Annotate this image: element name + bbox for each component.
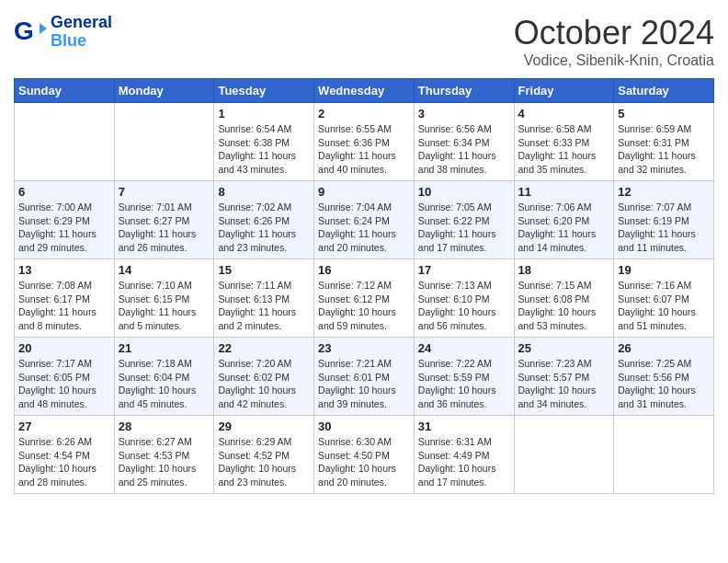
day-detail: Sunrise: 7:18 AM Sunset: 6:04 PM Dayligh… [119, 357, 210, 411]
day-detail: Sunrise: 6:59 AM Sunset: 6:31 PM Dayligh… [618, 122, 710, 177]
day-detail: Sunrise: 6:29 AM Sunset: 4:52 PM Dayligh… [218, 435, 310, 489]
day-number: 5 [618, 107, 710, 121]
day-detail: Sunrise: 6:26 AM Sunset: 4:54 PM Dayligh… [18, 435, 110, 489]
calendar-day-cell [114, 103, 214, 181]
calendar-day-cell: 10Sunrise: 7:05 AM Sunset: 6:22 PM Dayli… [414, 181, 514, 259]
calendar-day-cell: 13Sunrise: 7:08 AM Sunset: 6:17 PM Dayli… [15, 259, 115, 338]
calendar-day-cell: 20Sunrise: 7:17 AM Sunset: 6:05 PM Dayli… [15, 338, 115, 416]
svg-marker-1 [40, 23, 47, 34]
day-number: 30 [318, 419, 410, 433]
day-detail: Sunrise: 7:12 AM Sunset: 6:12 PM Dayligh… [318, 279, 410, 333]
day-detail: Sunrise: 7:11 AM Sunset: 6:13 PM Dayligh… [218, 279, 310, 333]
day-number: 15 [218, 263, 310, 277]
calendar-day-cell: 4Sunrise: 6:58 AM Sunset: 6:33 PM Daylig… [514, 103, 614, 181]
calendar-day-cell: 31Sunrise: 6:31 AM Sunset: 4:49 PM Dayli… [414, 416, 514, 494]
day-detail: Sunrise: 6:58 AM Sunset: 6:33 PM Dayligh… [518, 122, 610, 177]
day-number: 1 [218, 107, 310, 121]
calendar-day-cell: 27Sunrise: 6:26 AM Sunset: 4:54 PM Dayli… [15, 416, 115, 494]
calendar-day-cell: 24Sunrise: 7:22 AM Sunset: 5:59 PM Dayli… [414, 338, 514, 416]
day-detail: Sunrise: 6:30 AM Sunset: 4:50 PM Dayligh… [318, 435, 410, 489]
day-number: 27 [18, 419, 110, 433]
calendar-week-row: 1Sunrise: 6:54 AM Sunset: 6:38 PM Daylig… [15, 103, 714, 181]
calendar-day-cell: 22Sunrise: 7:20 AM Sunset: 6:02 PM Dayli… [214, 338, 314, 416]
weekday-header: Friday [514, 79, 614, 103]
day-number: 4 [518, 107, 610, 121]
location-title: Vodice, Sibenik-Knin, Croatia [514, 52, 714, 69]
calendar-day-cell: 18Sunrise: 7:15 AM Sunset: 6:08 PM Dayli… [514, 259, 614, 338]
weekday-header: Tuesday [214, 79, 314, 103]
day-number: 21 [119, 341, 210, 355]
weekday-header: Thursday [414, 79, 514, 103]
day-number: 19 [618, 263, 710, 277]
calendar-week-row: 6Sunrise: 7:00 AM Sunset: 6:29 PM Daylig… [15, 181, 714, 259]
day-detail: Sunrise: 6:54 AM Sunset: 6:38 PM Dayligh… [218, 122, 310, 177]
logo-line2: Blue [51, 32, 112, 51]
calendar-day-cell: 23Sunrise: 7:21 AM Sunset: 6:01 PM Dayli… [314, 338, 415, 416]
calendar-week-row: 20Sunrise: 7:17 AM Sunset: 6:05 PM Dayli… [15, 338, 714, 416]
calendar-week-row: 27Sunrise: 6:26 AM Sunset: 4:54 PM Dayli… [15, 416, 714, 494]
day-number: 28 [119, 419, 210, 433]
day-detail: Sunrise: 7:00 AM Sunset: 6:29 PM Dayligh… [18, 201, 110, 255]
logo: G General Blue [14, 14, 112, 51]
day-detail: Sunrise: 6:56 AM Sunset: 6:34 PM Dayligh… [418, 122, 510, 177]
day-detail: Sunrise: 7:02 AM Sunset: 6:26 PM Dayligh… [218, 201, 310, 255]
day-number: 31 [418, 419, 510, 433]
title-area: October 2024 Vodice, Sibenik-Knin, Croat… [514, 14, 714, 69]
day-number: 29 [218, 419, 310, 433]
day-number: 2 [318, 107, 410, 121]
day-number: 12 [618, 185, 710, 199]
day-number: 14 [119, 263, 210, 277]
day-number: 20 [18, 341, 110, 355]
day-number: 7 [119, 185, 210, 199]
calendar-header-row: SundayMondayTuesdayWednesdayThursdayFrid… [15, 79, 714, 103]
calendar-day-cell: 15Sunrise: 7:11 AM Sunset: 6:13 PM Dayli… [214, 259, 314, 338]
month-title: October 2024 [514, 14, 714, 52]
calendar-day-cell [514, 416, 614, 494]
svg-text:G: G [14, 17, 34, 45]
day-detail: Sunrise: 6:31 AM Sunset: 4:49 PM Dayligh… [418, 435, 510, 489]
day-detail: Sunrise: 7:06 AM Sunset: 6:20 PM Dayligh… [518, 201, 610, 255]
calendar-day-cell: 5Sunrise: 6:59 AM Sunset: 6:31 PM Daylig… [614, 103, 714, 181]
day-number: 3 [418, 107, 510, 121]
calendar-day-cell: 30Sunrise: 6:30 AM Sunset: 4:50 PM Dayli… [314, 416, 415, 494]
calendar-table: SundayMondayTuesdayWednesdayThursdayFrid… [14, 78, 714, 494]
day-detail: Sunrise: 6:55 AM Sunset: 6:36 PM Dayligh… [318, 122, 410, 177]
calendar-day-cell: 7Sunrise: 7:01 AM Sunset: 6:27 PM Daylig… [114, 181, 214, 259]
day-detail: Sunrise: 7:20 AM Sunset: 6:02 PM Dayligh… [218, 357, 310, 411]
day-number: 8 [218, 185, 310, 199]
day-detail: Sunrise: 7:01 AM Sunset: 6:27 PM Dayligh… [119, 201, 210, 255]
day-detail: Sunrise: 7:16 AM Sunset: 6:07 PM Dayligh… [618, 279, 710, 333]
calendar-day-cell: 9Sunrise: 7:04 AM Sunset: 6:24 PM Daylig… [314, 181, 415, 259]
logo-line1: General [51, 14, 112, 32]
calendar-week-row: 13Sunrise: 7:08 AM Sunset: 6:17 PM Dayli… [15, 259, 714, 338]
logo-icon: G [14, 16, 47, 49]
calendar-day-cell [614, 416, 714, 494]
day-number: 11 [518, 185, 610, 199]
calendar-day-cell: 6Sunrise: 7:00 AM Sunset: 6:29 PM Daylig… [15, 181, 115, 259]
calendar-day-cell: 26Sunrise: 7:25 AM Sunset: 5:56 PM Dayli… [614, 338, 714, 416]
calendar-day-cell: 21Sunrise: 7:18 AM Sunset: 6:04 PM Dayli… [114, 338, 214, 416]
weekday-header: Wednesday [314, 79, 415, 103]
day-detail: Sunrise: 7:15 AM Sunset: 6:08 PM Dayligh… [518, 279, 610, 333]
weekday-header: Sunday [15, 79, 115, 103]
calendar-day-cell: 25Sunrise: 7:23 AM Sunset: 5:57 PM Dayli… [514, 338, 614, 416]
calendar-day-cell: 11Sunrise: 7:06 AM Sunset: 6:20 PM Dayli… [514, 181, 614, 259]
day-detail: Sunrise: 7:21 AM Sunset: 6:01 PM Dayligh… [318, 357, 410, 411]
day-detail: Sunrise: 7:13 AM Sunset: 6:10 PM Dayligh… [418, 279, 510, 333]
day-number: 10 [418, 185, 510, 199]
day-number: 16 [318, 263, 410, 277]
day-detail: Sunrise: 7:17 AM Sunset: 6:05 PM Dayligh… [18, 357, 110, 411]
day-detail: Sunrise: 7:10 AM Sunset: 6:15 PM Dayligh… [119, 279, 210, 333]
day-number: 13 [18, 263, 110, 277]
day-number: 24 [418, 341, 510, 355]
calendar-day-cell: 17Sunrise: 7:13 AM Sunset: 6:10 PM Dayli… [414, 259, 514, 338]
day-number: 18 [518, 263, 610, 277]
day-number: 17 [418, 263, 510, 277]
calendar-day-cell: 19Sunrise: 7:16 AM Sunset: 6:07 PM Dayli… [614, 259, 714, 338]
calendar-day-cell: 16Sunrise: 7:12 AM Sunset: 6:12 PM Dayli… [314, 259, 415, 338]
header-area: G General Blue October 2024 Vodice, Sibe… [14, 14, 714, 69]
calendar-day-cell: 8Sunrise: 7:02 AM Sunset: 6:26 PM Daylig… [214, 181, 314, 259]
day-detail: Sunrise: 7:04 AM Sunset: 6:24 PM Dayligh… [318, 201, 410, 255]
day-number: 6 [18, 185, 110, 199]
calendar-day-cell: 12Sunrise: 7:07 AM Sunset: 6:19 PM Dayli… [614, 181, 714, 259]
